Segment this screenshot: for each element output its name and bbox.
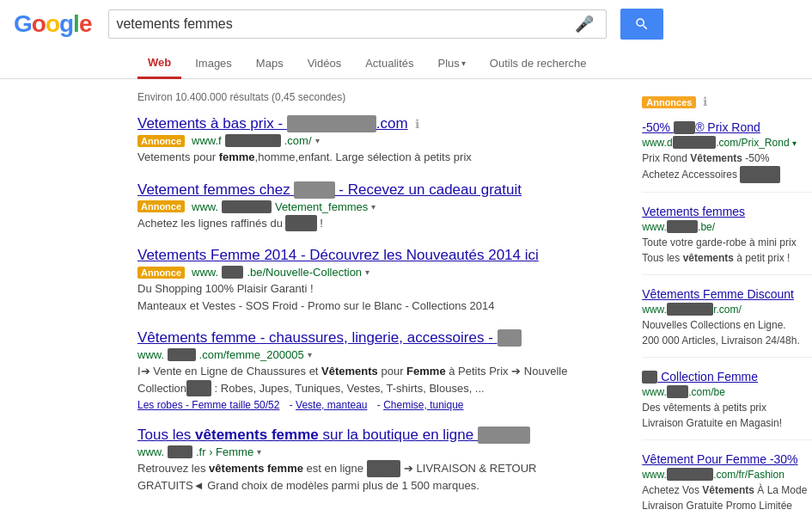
blurred-text <box>740 166 780 183</box>
search-button[interactable] <box>620 9 663 40</box>
search-bar: 🎤 <box>108 9 607 39</box>
sidebar-result-url: www. .com/fr/Fashion <box>642 468 812 481</box>
sidebar-result-title: Vêtement Pour Femme -30% <box>642 452 812 466</box>
annonce-badge: Annonce <box>137 200 185 212</box>
result-count: Environ 10.400.000 résultats (0,45 secon… <box>137 91 590 103</box>
search-result: Vetements à bas prix - .com ℹ Annonce ww… <box>137 115 590 166</box>
blurred-text <box>285 215 316 232</box>
sidebar-result: Vetements femmes www. .be/ Toute votre g… <box>642 205 812 275</box>
blurred-text <box>642 371 657 384</box>
search-result: Vêtements femme - chaussures, lingerie, … <box>137 329 590 411</box>
google-logo: Google <box>14 10 91 38</box>
blurred-text <box>674 121 695 134</box>
sidebar-result-link[interactable]: -50% ® Prix Rond <box>642 120 760 134</box>
result-title: Vetements Femme 2014 - Découvrez les Nou… <box>137 247 590 264</box>
blurred-text <box>294 181 334 199</box>
blurred-text <box>478 427 530 444</box>
sidebar-result-link[interactable]: Vêtements Femme Discount <box>642 287 794 301</box>
result-link[interactable]: Vetements à bas prix - .com <box>137 115 408 132</box>
annonces-label: Annonces <box>642 96 696 108</box>
sidebar-result: Collection Femme www. .com/be Des vêteme… <box>642 370 812 440</box>
sidebar-result-desc: Des vêtements à petits prix Livraison Gr… <box>642 400 812 431</box>
blurred-text <box>667 385 688 398</box>
result-url: Annonce www. .be/Nouvelle-Collection ▾ <box>137 266 590 279</box>
sidebar-result-url: www. .com/be <box>642 385 812 398</box>
search-result: Vetement femmes chez - Recevez un cadeau… <box>137 181 590 232</box>
sublink[interactable]: Les robes - Femme taille 50/52 <box>137 399 279 411</box>
result-link[interactable]: Tous les vêtements femme sur la boutique… <box>137 427 530 443</box>
sublink[interactable]: Chemise, tunique <box>383 399 463 411</box>
sidebar-result-title: Vêtements Femme Discount <box>642 287 812 301</box>
chevron-down-icon: ▾ <box>461 58 466 68</box>
tab-plus[interactable]: Plus ▾ <box>428 48 476 79</box>
main-content: Environ 10.400.000 résultats (0,45 secon… <box>0 79 812 528</box>
result-title: Vetements à bas prix - .com ℹ <box>137 115 590 132</box>
result-sublinks: Les robes - Femme taille 50/52 - Veste, … <box>137 399 590 411</box>
result-desc: Retrouvez les vêtements femme est en lig… <box>137 460 590 494</box>
blurred-text <box>222 200 272 213</box>
sidebar-result-link[interactable]: Collection Femme <box>642 370 758 384</box>
mic-icon[interactable]: 🎤 <box>575 15 594 34</box>
result-url: www. .fr › Femme ▾ <box>137 445 590 458</box>
blurred-text <box>667 468 713 481</box>
blurred-text <box>667 220 698 233</box>
blurred-text <box>168 348 196 361</box>
result-desc: Achetez les lignes raffinés du ! <box>137 215 590 232</box>
result-title: Tous les vêtements femme sur la boutique… <box>137 427 590 444</box>
sidebar-annonces-header: Annonces ℹ <box>642 95 812 114</box>
tab-actualites[interactable]: Actualités <box>355 48 424 79</box>
annonce-badge: Annonce <box>137 267 185 279</box>
sidebar-result-desc: Nouvelles Collections en Ligne. 200 000 … <box>642 317 812 348</box>
result-title: Vêtements femme - chaussures, lingerie, … <box>137 329 590 347</box>
blurred-text <box>367 460 401 477</box>
tab-maps[interactable]: Maps <box>246 48 294 79</box>
info-icon[interactable]: ℹ <box>415 117 419 131</box>
blurred-text <box>225 134 281 147</box>
sidebar-result-title: -50% ® Prix Rond <box>642 120 812 134</box>
sidebar-result-url: www.d .com/Prix_Rond ▾ <box>642 136 812 149</box>
blurred-text <box>667 303 713 316</box>
tab-outils[interactable]: Outils de recherche <box>479 48 597 79</box>
sidebar: Annonces ℹ -50% ® Prix Rond www.d .com/P… <box>642 86 812 528</box>
sidebar-result: -50% ® Prix Rond www.d .com/Prix_Rond ▾ … <box>642 120 812 193</box>
search-result: Tous les vêtements femme sur la boutique… <box>137 427 590 494</box>
blurred-text <box>186 380 211 397</box>
blurred-text <box>673 136 717 149</box>
tab-images[interactable]: Images <box>185 48 242 79</box>
result-desc: Du Shopping 100% Plaisir Garanti ! Mante… <box>137 280 590 314</box>
sidebar-result-url: www. .be/ <box>642 220 812 233</box>
result-link[interactable]: Vetements Femme 2014 - Découvrez les Nou… <box>137 247 539 263</box>
result-desc: Vetements pour femme,homme,enfant. Large… <box>137 149 590 166</box>
result-url: Annonce www.f .com/ ▾ <box>137 134 590 147</box>
result-url: www. .com/femme_200005 ▾ <box>137 348 590 361</box>
nav-tabs: Web Images Maps Vidéos Actualités Plus ▾… <box>0 48 812 79</box>
result-title: Vetement femmes chez - Recevez un cadeau… <box>137 181 590 199</box>
blurred-text <box>168 445 192 458</box>
sidebar-result-title: Vetements femmes <box>642 205 812 218</box>
result-desc: I➔ Vente en Ligne de Chaussures et Vêtem… <box>137 363 590 396</box>
sidebar-result-link[interactable]: Vêtement Pour Femme -30% <box>642 452 797 466</box>
tab-videos[interactable]: Vidéos <box>297 48 352 79</box>
sidebar-result-desc: Prix Rond Vêtements -50% Achetez Accesso… <box>642 150 812 183</box>
result-url: Annonce www. Vetement_femmes ▾ <box>137 200 590 213</box>
info-icon[interactable]: ℹ <box>703 95 707 108</box>
sidebar-result: Vêtements Femme Discount www. r.com/ Nou… <box>642 287 812 358</box>
search-input[interactable] <box>116 16 575 32</box>
search-result: Vetements Femme 2014 - Découvrez les Nou… <box>137 247 590 314</box>
result-link[interactable]: Vetement femmes chez - Recevez un cadeau… <box>137 181 522 198</box>
results-column: Environ 10.400.000 résultats (0,45 secon… <box>137 86 590 528</box>
blurred-text <box>287 115 376 132</box>
sidebar-result-desc: Achetez Vos Vêtements À La Mode Livraiso… <box>642 482 812 513</box>
sidebar-result-url: www. r.com/ <box>642 303 812 316</box>
blurred-text <box>498 329 522 347</box>
annonce-badge: Annonce <box>137 135 185 147</box>
search-icon <box>634 16 650 32</box>
result-link[interactable]: Vêtements femme - chaussures, lingerie, … <box>137 329 522 346</box>
tab-web[interactable]: Web <box>137 48 181 79</box>
blurred-text <box>222 266 243 279</box>
sidebar-result: Vêtement Pour Femme -30% www. .com/fr/Fa… <box>642 452 812 522</box>
sublink[interactable]: Veste, manteau <box>296 399 367 411</box>
sidebar-result-link[interactable]: Vetements femmes <box>642 205 745 218</box>
sidebar-result-desc: Toute votre garde-robe à mini prix Tous … <box>642 235 812 266</box>
sidebar-result-title: Collection Femme <box>642 370 812 384</box>
